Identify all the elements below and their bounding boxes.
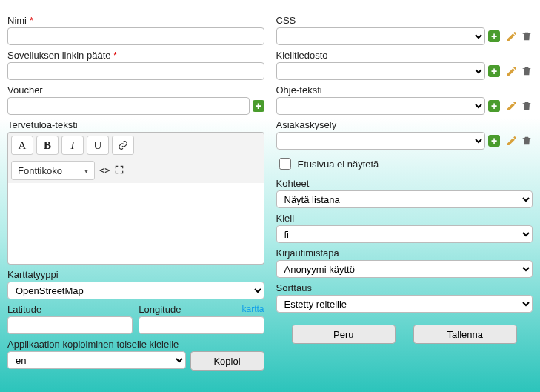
hide-home-row: Etusivua ei näytetä xyxy=(276,156,533,172)
survey-label: Asiakaskysely xyxy=(276,119,533,130)
sort-label: Sorttaus xyxy=(276,282,533,293)
add-survey-icon[interactable]: + xyxy=(488,135,500,147)
copy-button[interactable]: Kopioi xyxy=(190,351,264,371)
link-suffix-field: Sovelluksen linkin pääte * xyxy=(7,50,264,80)
css-field: CSS + xyxy=(276,15,533,45)
editor-toolbar: A B I U xyxy=(7,132,264,158)
latitude-input[interactable] xyxy=(7,316,133,334)
map-link[interactable]: kartta xyxy=(241,304,264,314)
lang-field: Kieli fi xyxy=(276,213,533,243)
survey-field: Asiakaskysely + xyxy=(276,119,533,150)
fullscreen-button[interactable] xyxy=(114,165,124,177)
fontcolor-button[interactable]: A xyxy=(11,136,33,155)
voucher-input[interactable] xyxy=(7,97,250,115)
edit-css-icon[interactable] xyxy=(506,30,518,42)
css-label: CSS xyxy=(276,15,533,26)
latlng-row: Latitude Longitude kartta xyxy=(7,304,264,339)
css-select[interactable] xyxy=(276,27,486,45)
targets-select[interactable]: Näytä listana xyxy=(276,190,533,208)
helptext-label: Ohje-teksti xyxy=(276,84,533,96)
maptype-label: Karttatyyppi xyxy=(7,269,264,280)
helptext-select[interactable] xyxy=(276,97,486,115)
survey-select[interactable] xyxy=(276,132,486,150)
hide-home-label: Etusivua ei näytetä xyxy=(298,159,379,170)
delete-helptext-icon[interactable] xyxy=(521,100,533,112)
longitude-input[interactable] xyxy=(139,316,264,334)
delete-css-icon[interactable] xyxy=(521,30,533,42)
langfile-field: Kielitiedosto + xyxy=(276,50,533,80)
delete-survey-icon[interactable] xyxy=(521,135,533,147)
welcome-text-editor[interactable] xyxy=(7,183,264,265)
add-css-icon[interactable]: + xyxy=(488,30,500,42)
copy-lang-select[interactable]: en xyxy=(7,351,186,369)
save-button[interactable]: Tallenna xyxy=(413,325,517,344)
source-button[interactable]: <> xyxy=(99,165,110,176)
add-voucher-icon[interactable]: + xyxy=(253,100,264,112)
latitude-label: Latitude xyxy=(7,304,133,315)
link-icon xyxy=(118,140,128,150)
link-suffix-label: Sovelluksen linkin pääte * xyxy=(7,50,264,61)
targets-label: Kohteet xyxy=(276,178,533,189)
langfile-label: Kielitiedosto xyxy=(276,50,533,61)
voucher-label: Voucher xyxy=(7,84,264,96)
cancel-button[interactable]: Peru xyxy=(292,325,396,344)
sort-select[interactable]: Estetty reiteille xyxy=(276,295,533,313)
langfile-select[interactable] xyxy=(276,62,486,80)
name-label: Nimi * xyxy=(7,15,264,26)
longitude-label: Longitude kartta xyxy=(139,304,264,315)
delete-langfile-icon[interactable] xyxy=(521,65,533,77)
maptype-select[interactable]: OpenStreetMap xyxy=(7,282,264,299)
underline-button[interactable]: U xyxy=(87,136,109,155)
helptext-field: Ohje-teksti + xyxy=(276,84,533,115)
link-suffix-input[interactable] xyxy=(7,62,264,80)
fontsize-select[interactable]: Fonttikoko ▾ xyxy=(11,161,95,180)
maptype-field: Karttatyyppi OpenStreetMap xyxy=(7,269,264,299)
fullscreen-icon xyxy=(114,165,124,175)
voucher-field: Voucher + xyxy=(7,84,264,115)
name-field: Nimi * xyxy=(7,15,264,45)
login-select[interactable]: Anonyymi käyttö xyxy=(276,260,533,278)
chevron-down-icon: ▾ xyxy=(84,167,88,175)
copy-app-field: Applikaation kopioiminen toiselle kielel… xyxy=(7,339,264,371)
edit-survey-icon[interactable] xyxy=(506,135,518,147)
bold-button[interactable]: B xyxy=(36,136,59,155)
edit-helptext-icon[interactable] xyxy=(506,100,518,112)
welcome-text-field: Tervetuloa-teksti A B I U Fonttikoko ▾ <… xyxy=(7,119,264,265)
copy-app-label: Applikaation kopioiminen toiselle kielel… xyxy=(7,339,264,350)
link-button[interactable] xyxy=(112,136,134,155)
login-label: Kirjautimistapa xyxy=(276,248,533,259)
targets-field: Kohteet Näytä listana xyxy=(276,178,533,208)
welcome-text-label: Tervetuloa-teksti xyxy=(7,119,264,130)
name-input[interactable] xyxy=(7,27,264,45)
italic-button[interactable]: I xyxy=(61,136,84,155)
edit-langfile-icon[interactable] xyxy=(506,65,518,77)
add-helptext-icon[interactable]: + xyxy=(488,100,500,112)
right-column: CSS + Kielitiedosto + Oh xyxy=(276,15,533,375)
action-buttons: Peru Tallenna xyxy=(276,325,533,344)
sort-field: Sorttaus Estetty reiteille xyxy=(276,282,533,313)
editor-toolbar-2: Fonttikoko ▾ <> xyxy=(7,158,264,183)
left-column: Nimi * Sovelluksen linkin pääte * Vouche… xyxy=(7,15,264,375)
hide-home-checkbox[interactable] xyxy=(279,158,291,170)
lang-label: Kieli xyxy=(276,213,533,224)
add-langfile-icon[interactable]: + xyxy=(488,65,500,77)
login-field: Kirjautimistapa Anonyymi käyttö xyxy=(276,248,533,278)
lang-select[interactable]: fi xyxy=(276,225,533,243)
